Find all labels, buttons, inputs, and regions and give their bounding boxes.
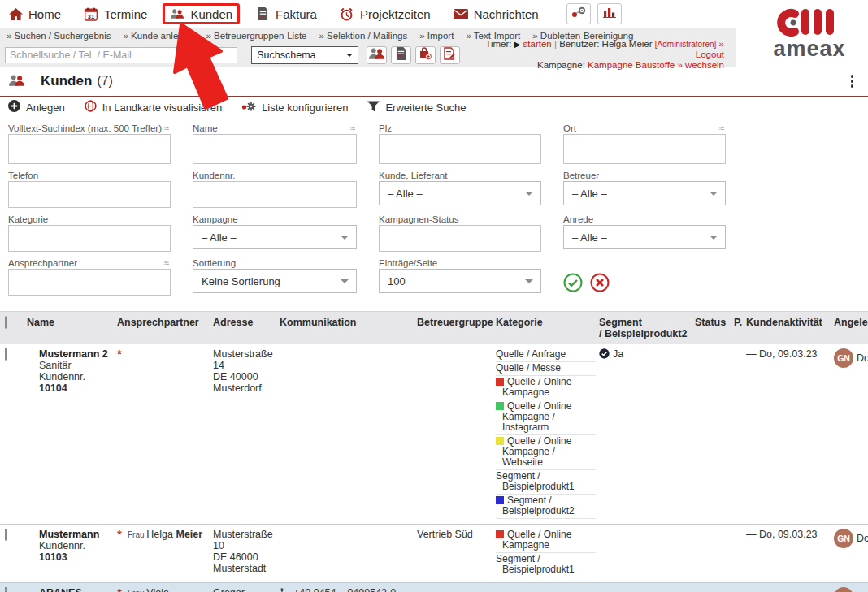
field-kategorie: Kategorie [8,214,171,252]
breadcrumb-item[interactable]: » Import [419,31,454,41]
nav-item-kunden[interactable]: Kunden [170,7,232,21]
people-icon [170,7,184,21]
kundennr--input[interactable] [193,181,357,208]
field-ort: Ort≈ [563,123,726,164]
category-color-swatch [496,530,504,538]
field-anrede: Anrede – Alle – [563,214,726,252]
breadcrumb-item[interactable]: » Betreuergruppen-Liste [206,31,306,41]
field-label: Kampagnen-Status [379,214,458,224]
breadcrumb-item[interactable]: » Suchen / Suchergebnis [7,31,111,41]
quick-search-input[interactable] [5,47,237,63]
globe-icon [85,100,97,115]
building-icon [27,349,36,519]
ort-input[interactable] [563,134,726,164]
kebab-menu[interactable] [848,71,857,91]
nav-item-faktura[interactable]: Faktura [255,7,317,21]
field-label: Kampagne [193,214,238,224]
workflow-icon-button[interactable] [566,3,591,24]
campaign-switch-link[interactable]: » wechseln [677,60,724,70]
timer-start-link[interactable]: starten [523,39,552,49]
select-value: 100 [388,275,406,287]
sortierung-select[interactable]: Keine Sortierung [193,269,357,293]
campaign-name[interactable]: Kampagne Baustoffe [588,60,675,70]
chevron-down-icon [710,236,718,244]
session-info: Timer: ▶ starten | Benutzer: Helga Meier… [460,39,736,71]
kunde-lieferant-select[interactable]: – Alle – [379,181,541,205]
nav-item-nachrichten[interactable]: Nachrichten [454,7,539,21]
chart-icon-button[interactable] [597,3,622,24]
select-value: – Alle – [572,231,607,244]
betreuergruppe-cell [417,348,496,519]
volltext-suchindex-max-500-treffer--input[interactable] [8,134,171,164]
comm-value: +49 9454 – 9490542-0 [293,587,396,592]
chevron-down-icon [525,192,533,200]
table-row[interactable]: Mustermann Kundennr. 10103 * Frau Helga … [0,525,868,583]
field-volltext-suchindex-max-500-treffer-: Volltext-Suchindex (max. 500 Treffer)≈ [8,123,171,164]
configure-icon [241,101,256,115]
customer-subtitle: Sanitär [39,360,114,371]
select-all-checkbox[interactable] [5,316,7,329]
chevron-down-icon [710,192,718,200]
toolbar-erweiterte-suche[interactable]: Erweiterte Suche [367,101,466,115]
doc-edit-icon-button[interactable] [440,46,460,64]
nav-item-projektzeiten[interactable]: Projektzeiten [340,7,431,21]
breadcrumb-item[interactable]: » Selektion / Mailings [319,31,408,41]
name-input[interactable] [193,134,357,164]
confirm-button[interactable] [563,273,583,292]
telefon-input[interactable] [8,181,171,208]
nav-item-termine[interactable]: 31 Termine [84,7,147,21]
plz-input[interactable] [379,134,541,164]
toolbar-liste-konfigurieren[interactable]: Liste konfigurieren [241,101,348,115]
p-cell [734,587,746,592]
field-plz: Plz [379,123,541,164]
bag-icon [419,47,432,63]
toolbar-label: Erweiterte Suche [385,102,466,114]
customer-number: Kundennr. 10103 [39,540,114,563]
cancel-button[interactable] [590,273,610,292]
field-label: Ort [563,123,576,133]
anrede-select[interactable]: – Alle – [563,225,726,249]
required-asterisk-icon: * [117,587,128,592]
ansprechpartner-input[interactable] [8,269,171,296]
bag-icon-button[interactable] [415,46,436,64]
customer-name-link[interactable]: Mustermann [39,529,114,540]
table-row[interactable]: Mustermann 2 Sanitär Kundennr. 10104 * M… [0,344,868,525]
toolbar-label: Anlegen [26,102,65,114]
toolbar-in-landkarte-visualisieren[interactable]: In Landkarte visualisieren [85,100,222,115]
address-cell: Musterstraße10DE 46000Musterstadt [213,529,280,577]
row-checkbox[interactable] [5,348,7,361]
kategorie-input[interactable] [8,225,171,252]
funnel-icon [367,101,380,115]
people-icon-button[interactable] [367,46,387,64]
betreuer-select[interactable]: – Alle – [563,181,726,205]
people-icon [368,47,385,63]
status-cell [695,529,734,577]
doc-edit-icon [444,47,455,63]
kampagne-select[interactable]: – Alle – [193,225,357,249]
customer-name-link[interactable]: Mustermann 2 [39,348,114,360]
row-checkbox[interactable] [5,529,7,541]
brand-text: ameax [773,37,845,61]
table-header-row: NameAnsprechpartnerAdresseKommunikationB… [0,311,868,344]
category-item: Segment / Beispielprodukt1 [496,470,596,495]
nav-item-home[interactable]: Home [8,7,61,21]
field-label: Kunde, Lieferant [379,171,447,180]
search-schema-select[interactable]: Suchschema [251,46,358,64]
avatar: GN [834,348,853,368]
breadcrumb-item[interactable]: » Kunde anlegen [124,31,194,41]
eintr-ge-seite-select[interactable]: 100 [379,269,541,293]
table-row[interactable]: ARANES GmbH & Co. KG * Frau Viola Rotttm… [0,583,868,592]
kampagnen-status-input[interactable] [379,225,541,252]
row-checkbox[interactable] [5,587,7,592]
invoice-icon [396,47,406,63]
toolbar-anlegen[interactable]: Anlegen [8,100,65,115]
customer-name-link[interactable]: ARANES GmbH & Co. KG [39,587,114,592]
chevron-down-icon [525,279,533,287]
field-eintr-ge-seite: Einträge/Seite 100 [379,257,541,296]
invoice-icon-button[interactable] [391,46,411,64]
nav-item-label: Faktura [276,7,317,21]
field-ansprechpartner: Ansprechpartner≈ [8,257,171,296]
field-kundennr-: Kundennr. [193,170,357,208]
select-value: – Alle – [572,188,607,200]
angelegt-text: Do [857,529,868,544]
